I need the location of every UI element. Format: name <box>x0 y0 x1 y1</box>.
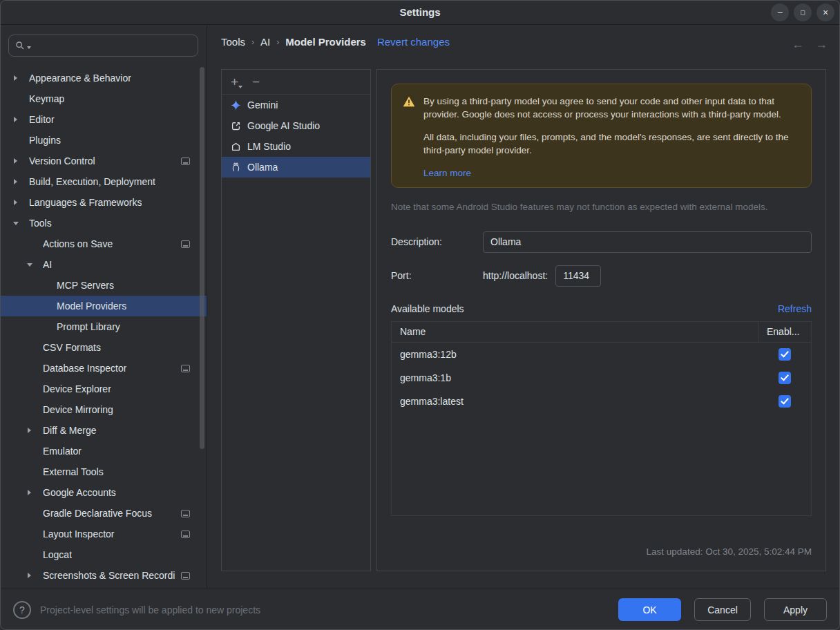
sidebar-item-logcat[interactable]: Logcat <box>0 544 207 565</box>
sidebar-item-device-explorer[interactable]: Device Explorer <box>0 379 207 399</box>
provider-label: Google AI Studio <box>247 120 320 131</box>
revert-changes-link[interactable]: Revert changes <box>377 36 450 48</box>
sidebar-item-gradle-declarative-focus[interactable]: Gradle Declarative Focus <box>0 503 207 524</box>
sidebar-item-label: Gradle Declarative Focus <box>43 508 152 519</box>
chevron-down-icon <box>11 222 29 225</box>
sidebar-item-label: MCP Servers <box>57 280 114 291</box>
available-models-row: Available models Refresh <box>391 303 812 314</box>
table-row[interactable]: gemma3:12b <box>392 343 811 366</box>
sidebar-item-ai[interactable]: AI <box>0 254 207 275</box>
sidebar-item-build-execution-deployment[interactable]: Build, Execution, Deployment <box>0 171 207 192</box>
lm-studio-icon <box>230 141 241 152</box>
forward-arrow-icon[interactable]: → <box>815 37 828 52</box>
window-title: Settings <box>399 6 440 18</box>
sidebar-item-tools[interactable]: Tools <box>0 213 207 233</box>
enabled-checkbox[interactable] <box>779 395 791 408</box>
back-arrow-icon[interactable]: ← <box>792 37 804 52</box>
table-row[interactable]: gemma3:1b <box>392 366 811 390</box>
apply-button[interactable]: Apply <box>764 598 827 621</box>
column-header-enabled[interactable]: Enabl... <box>758 322 811 342</box>
chevron-right-icon <box>25 428 43 433</box>
sidebar-item-editor[interactable]: Editor <box>0 109 207 130</box>
search-history-icon <box>27 46 31 49</box>
sidebar-scrollbar[interactable] <box>200 67 204 449</box>
provider-item-lm-studio[interactable]: LM Studio <box>222 136 370 157</box>
ok-button[interactable]: OK <box>618 598 681 621</box>
sidebar-item-diff-merge[interactable]: Diff & Merge <box>0 420 207 441</box>
port-input[interactable] <box>555 265 601 287</box>
provider-item-gemini[interactable]: Gemini <box>222 95 370 115</box>
learn-more-link[interactable]: Learn more <box>423 168 471 178</box>
column-header-name[interactable]: Name <box>392 322 758 342</box>
per-project-settings-icon <box>181 365 190 372</box>
sidebar-item-prompt-library[interactable]: Prompt Library <box>0 316 207 337</box>
sidebar-item-emulator[interactable]: Emulator <box>0 441 207 461</box>
sidebar-item-actions-on-save[interactable]: Actions on Save <box>0 233 207 254</box>
sidebar-item-external-tools[interactable]: External Tools <box>0 461 207 482</box>
model-name: gemma3:1b <box>392 372 758 383</box>
sidebar-item-appearance-behavior[interactable]: Appearance & Behavior <box>0 68 207 88</box>
sidebar-item-database-inspector[interactable]: Database Inspector <box>0 358 207 379</box>
enabled-checkbox[interactable] <box>779 348 791 361</box>
providers-toolbar: + − <box>222 70 370 95</box>
port-label: Port: <box>391 270 483 281</box>
sidebar-item-keymap[interactable]: Keymap <box>0 88 207 109</box>
sidebar-item-layout-inspector[interactable]: Layout Inspector <box>0 524 207 544</box>
per-project-settings-icon <box>181 531 190 538</box>
model-name: gemma3:latest <box>392 396 758 407</box>
remove-provider-button[interactable]: − <box>252 75 260 88</box>
sidebar-item-languages-frameworks[interactable]: Languages & Frameworks <box>0 192 207 213</box>
refresh-link[interactable]: Refresh <box>778 303 812 314</box>
sidebar-item-label: Editor <box>29 114 55 125</box>
sidebar-item-screenshots-screen-recording[interactable]: Screenshots & Screen Recordi <box>0 565 207 586</box>
sidebar-item-label: Keymap <box>29 93 64 104</box>
chevron-right-icon <box>11 75 29 81</box>
breadcrumb-tools[interactable]: Tools <box>221 36 245 48</box>
provider-detail-panel: By using a third-party model you agree t… <box>376 69 826 571</box>
breadcrumb-current: Model Providers <box>285 36 366 48</box>
sidebar-item-csv-formats[interactable]: CSV Formats <box>0 337 207 358</box>
settings-sidebar: Appearance & Behavior Keymap Editor Plug… <box>0 26 207 588</box>
sidebar-item-mcp-servers[interactable]: MCP Servers <box>0 275 207 296</box>
sidebar-item-label: Tools <box>29 218 52 229</box>
breadcrumb-separator-icon: › <box>251 37 254 47</box>
provider-label: LM Studio <box>247 141 291 152</box>
sidebar-item-label: Device Explorer <box>43 383 111 394</box>
provider-label: Ollama <box>247 162 278 173</box>
last-updated-text: Last updated: Oct 30, 2025, 5:02:44 PM <box>391 546 812 557</box>
description-input[interactable] <box>483 231 812 253</box>
sidebar-item-google-accounts[interactable]: Google Accounts <box>0 482 207 503</box>
breadcrumb-ai[interactable]: AI <box>260 36 270 48</box>
chevron-right-icon <box>25 490 43 495</box>
provider-item-google-ai-studio[interactable]: Google AI Studio <box>222 115 370 136</box>
minimize-button[interactable]: − <box>771 3 789 21</box>
close-button[interactable]: × <box>817 3 834 21</box>
per-project-settings-icon <box>181 158 190 165</box>
history-navigation: ← → <box>792 37 828 52</box>
chevron-down-icon <box>25 263 43 267</box>
sidebar-item-label: External Tools <box>43 466 104 477</box>
settings-tree: Appearance & Behavior Keymap Editor Plug… <box>0 68 207 586</box>
sidebar-item-model-providers[interactable]: Model Providers <box>0 296 207 316</box>
sidebar-item-version-control[interactable]: Version Control <box>0 151 207 171</box>
enabled-checkbox[interactable] <box>779 372 791 384</box>
help-icon[interactable]: ? <box>13 601 31 619</box>
search-input[interactable] <box>33 39 191 52</box>
cancel-button[interactable]: Cancel <box>694 598 751 621</box>
provider-label: Gemini <box>247 99 278 111</box>
sidebar-item-device-mirroring[interactable]: Device Mirroring <box>0 399 207 420</box>
add-provider-button[interactable]: + <box>231 75 238 88</box>
chevron-right-icon <box>11 117 29 122</box>
sidebar-item-plugins[interactable]: Plugins <box>0 130 207 151</box>
chevron-right-icon <box>11 179 29 184</box>
warning-icon <box>403 95 415 178</box>
table-row[interactable]: gemma3:latest <box>392 390 811 413</box>
sidebar-item-label: Logcat <box>43 549 72 560</box>
per-project-settings-icon <box>181 510 190 517</box>
model-enabled-cell <box>758 395 811 408</box>
chevron-right-icon <box>25 573 43 578</box>
search-box[interactable] <box>8 35 198 57</box>
provider-item-ollama[interactable]: Ollama <box>222 157 370 178</box>
maximize-button[interactable]: ◻ <box>794 3 812 21</box>
breadcrumb: Tools › AI › Model Providers Revert chan… <box>221 36 450 48</box>
